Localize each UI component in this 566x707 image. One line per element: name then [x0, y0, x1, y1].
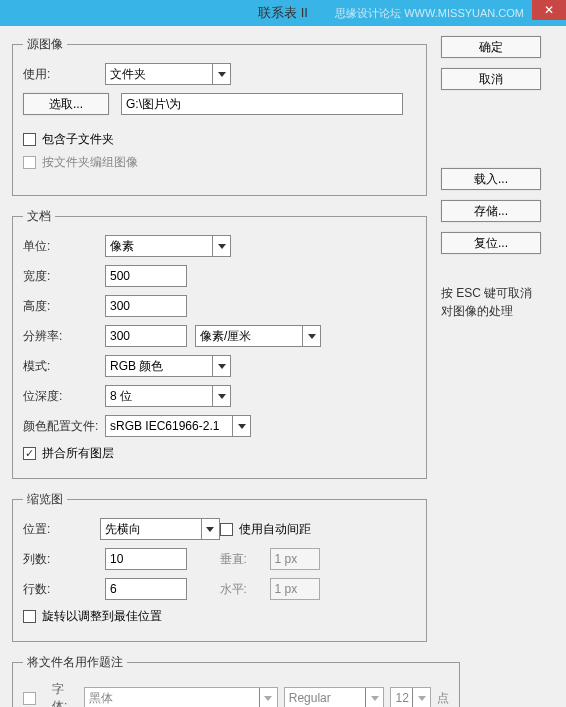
chevron-down-icon [201, 519, 219, 539]
caption-group: 将文件名用作题注 字体: 黑体 Regular 12 点 [12, 654, 460, 707]
size-unit: 点 [437, 690, 449, 707]
reset-button[interactable]: 复位... [441, 232, 541, 254]
use-select[interactable]: 文件夹 [105, 63, 231, 85]
checkbox-icon [23, 610, 36, 623]
left-column: 源图像 使用: 文件夹 选取... G:\图片\为 包含子文件夹 按文件夹编 [12, 36, 427, 707]
unit-label: 单位: [23, 238, 105, 255]
unit-select[interactable]: 像素 [105, 235, 231, 257]
width-label: 宽度: [23, 268, 105, 285]
include-sub-checkbox[interactable]: 包含子文件夹 [23, 131, 416, 148]
height-input[interactable]: 300 [105, 295, 187, 317]
font-size-select: 12 [390, 687, 431, 707]
checkbox-icon [23, 133, 36, 146]
rows-label: 行数: [23, 581, 105, 598]
right-column: 确定 取消 载入... 存储... 复位... 按 ESC 键可取消 对图像的处… [441, 36, 551, 707]
watermark: 思缘设计论坛 WWW.MISSYUAN.COM [335, 6, 524, 21]
chevron-down-icon [212, 356, 230, 376]
cancel-button[interactable]: 取消 [441, 68, 541, 90]
pos-label: 位置: [23, 521, 100, 538]
depth-select[interactable]: 8 位 [105, 385, 231, 407]
font-label: 字体: [52, 681, 78, 707]
window-title: 联系表 II [258, 4, 308, 22]
depth-label: 位深度: [23, 388, 105, 405]
vertical-label: 垂直: [220, 551, 270, 568]
rotate-checkbox[interactable]: 旋转以调整到最佳位置 [23, 608, 416, 625]
chevron-down-icon [212, 386, 230, 406]
path-input[interactable]: G:\图片\为 [121, 93, 403, 115]
res-label: 分辨率: [23, 328, 105, 345]
res-unit-select[interactable]: 像素/厘米 [195, 325, 321, 347]
height-label: 高度: [23, 298, 105, 315]
cols-label: 列数: [23, 551, 105, 568]
horizontal-label: 水平: [220, 581, 270, 598]
chevron-down-icon [212, 236, 230, 256]
rows-input[interactable]: 6 [105, 578, 187, 600]
font-select: 黑体 [84, 687, 277, 707]
ok-button[interactable]: 确定 [441, 36, 541, 58]
checkbox-checked-icon [23, 447, 36, 460]
chevron-down-icon [412, 688, 430, 707]
profile-label: 颜色配置文件: [23, 418, 105, 435]
doc-legend: 文档 [23, 208, 55, 225]
vertical-input: 1 px [270, 548, 320, 570]
font-style-select: Regular [284, 687, 385, 707]
mode-select[interactable]: RGB 颜色 [105, 355, 231, 377]
choose-button[interactable]: 选取... [23, 93, 109, 115]
group-folder-checkbox: 按文件夹编组图像 [23, 154, 416, 171]
mode-label: 模式: [23, 358, 105, 375]
chevron-down-icon [259, 688, 277, 707]
source-group: 源图像 使用: 文件夹 选取... G:\图片\为 包含子文件夹 按文件夹编 [12, 36, 427, 196]
thumbnail-group: 缩览图 位置: 先横向 列数: 10 行数: [12, 491, 427, 642]
document-group: 文档 单位: 像素 宽度: 500 高度: 300 分辨率: 300 [12, 208, 427, 479]
caption-legend: 将文件名用作题注 [23, 654, 127, 671]
profile-select[interactable]: sRGB IEC61966-2.1 [105, 415, 251, 437]
auto-spacing-checkbox[interactable]: 使用自动间距 [220, 518, 417, 540]
close-button[interactable]: ✕ [532, 0, 566, 20]
cols-input[interactable]: 10 [105, 548, 187, 570]
load-button[interactable]: 载入... [441, 168, 541, 190]
checkbox-icon [23, 156, 36, 169]
chevron-down-icon [232, 416, 250, 436]
checkbox-icon [220, 523, 233, 536]
titlebar: 联系表 II 思缘设计论坛 WWW.MISSYUAN.COM ✕ [0, 0, 566, 26]
close-icon: ✕ [544, 3, 554, 17]
res-input[interactable]: 300 [105, 325, 187, 347]
pos-select[interactable]: 先横向 [100, 518, 219, 540]
thumb-legend: 缩览图 [23, 491, 67, 508]
esc-note: 按 ESC 键可取消 对图像的处理 [441, 284, 551, 320]
chevron-down-icon [212, 64, 230, 84]
chevron-down-icon [302, 326, 320, 346]
flatten-checkbox[interactable]: 拼合所有图层 [23, 445, 416, 462]
horizontal-input: 1 px [270, 578, 320, 600]
chevron-down-icon [365, 688, 383, 707]
caption-checkbox[interactable] [23, 692, 36, 705]
source-legend: 源图像 [23, 36, 67, 53]
dialog-content: 源图像 使用: 文件夹 选取... G:\图片\为 包含子文件夹 按文件夹编 [0, 26, 566, 707]
width-input[interactable]: 500 [105, 265, 187, 287]
use-label: 使用: [23, 66, 105, 83]
save-button[interactable]: 存储... [441, 200, 541, 222]
